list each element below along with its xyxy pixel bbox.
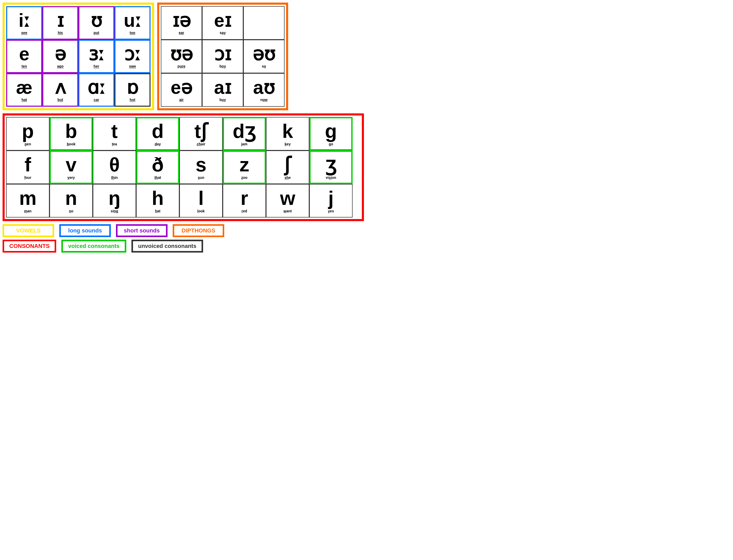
legend-row-1: VOWELS long sounds short sounds DIPTHONG…: [3, 224, 364, 237]
vowels-container: iː see ɪ his ʊ put uː too e ten ə a: [3, 3, 154, 110]
cons-symbol-j: j: [328, 188, 334, 208]
legend-diphthongs: DIPTHONGS: [173, 224, 224, 237]
vowel-word-saw: saw: [129, 64, 136, 68]
cons-word-vision: vision: [326, 175, 336, 180]
vowels-grid: iː see ɪ his ʊ put uː too e ten ə a: [6, 6, 151, 107]
cons-word-yes: yes: [328, 209, 334, 213]
vowel-symbol-uː: uː: [124, 11, 141, 30]
cons-cell-v: v very: [49, 151, 93, 184]
top-section: iː see ɪ his ʊ put uː too e ten ə a: [3, 3, 364, 110]
cons-symbol-v: v: [66, 155, 77, 174]
legend-unvoiced-label: unvoiced consonants: [138, 243, 196, 249]
cons-cell-g: g go: [309, 117, 353, 151]
consonants-grid: p pen b book t tea d day tʃ chair dʒ jam…: [6, 117, 360, 218]
cons-symbol-h: h: [152, 188, 164, 208]
cons-word-red: red: [241, 209, 247, 213]
diphthongs-container: ɪə ear eɪ say ʊə pure ɔɪ boy əʊ so eə: [157, 3, 288, 110]
cons-symbol-w: w: [280, 188, 295, 208]
cons-word-zoo: zoo: [241, 175, 247, 180]
legend-diphthongs-label: DIPTHONGS: [182, 227, 215, 234]
cons-cell-z: z zoo: [223, 151, 266, 184]
cons-word-thin: thin: [111, 175, 118, 180]
diphthong-symbol-eɪ: eɪ: [214, 11, 231, 30]
cons-symbol-ʃ: ʃ: [284, 155, 291, 174]
diphthong-word-now: now: [260, 98, 268, 102]
vowel-cell-ʌ: ʌ but: [42, 73, 78, 107]
legend: VOWELS long sounds short sounds DIPTHONG…: [3, 224, 364, 253]
diphthong-cell-eə: eə air: [161, 73, 202, 107]
cons-cell-tʃ: tʃ chair: [179, 117, 223, 151]
diphthong-cell-ɔɪ: ɔɪ boy: [202, 40, 243, 73]
cons-symbol-p: p: [22, 121, 34, 141]
legend-voiced-label: voiced consonants: [68, 243, 119, 249]
legend-short-label: short sounds: [124, 227, 160, 234]
diphthong-word-ear: ear: [179, 31, 184, 35]
cons-cell-k: k key: [266, 117, 309, 151]
vowel-cell-ɒ: ɒ hot: [114, 73, 151, 107]
cons-word-that: that: [154, 175, 161, 180]
legend-vowels-label: VOWELS: [16, 227, 40, 234]
cons-symbol-θ: θ: [109, 155, 120, 174]
vowel-word-her: her: [94, 64, 99, 68]
vowel-word-hat: hat: [21, 98, 27, 102]
cons-symbol-ʒ: ʒ: [325, 155, 337, 174]
cons-cell-f: f four: [6, 151, 49, 184]
vowel-word-but: but: [57, 98, 63, 102]
cons-symbol-l: l: [198, 188, 204, 208]
legend-long-label: long sounds: [68, 227, 102, 234]
diphthong-word-say: say: [220, 31, 226, 35]
cons-symbol-t: t: [111, 121, 118, 141]
vowel-symbol-æ: æ: [16, 78, 32, 97]
cons-symbol-tʃ: tʃ: [194, 121, 207, 141]
cons-word-no: no: [69, 209, 73, 213]
cons-cell-dʒ: dʒ jam: [223, 117, 266, 151]
cons-symbol-r: r: [240, 188, 248, 208]
legend-short-sounds: short sounds: [116, 224, 168, 237]
cons-symbol-d: d: [152, 121, 164, 141]
vowel-cell-ɪ: ɪ his: [42, 6, 78, 40]
vowel-cell-ɔː: ɔː saw: [114, 40, 151, 73]
cons-symbol-s: s: [196, 155, 206, 174]
cons-cell-l: l look: [179, 184, 223, 218]
cons-symbol-g: g: [325, 121, 337, 141]
cons-word-hat: hat: [155, 209, 160, 213]
cons-cell-r: r red: [223, 184, 266, 218]
legend-vowels: VOWELS: [3, 224, 54, 237]
cons-cell-s: s sun: [179, 151, 223, 184]
vowel-word-car: car: [94, 98, 99, 102]
cons-cell-ʒ: ʒ vision: [309, 151, 353, 184]
diphthong-cell-aɪ: aɪ buy: [202, 73, 243, 107]
vowel-cell-uː: uː too: [114, 6, 151, 40]
cons-word-jam: jam: [241, 142, 247, 146]
legend-long-sounds: long sounds: [59, 224, 111, 237]
vowel-word-see: see: [21, 31, 27, 35]
legend-voiced-consonants: voiced consonants: [61, 240, 126, 253]
vowel-word-put: put: [94, 31, 99, 35]
legend-unvoiced-consonants: unvoiced consonants: [131, 240, 203, 253]
diphthong-symbol-eə: eə: [171, 78, 192, 97]
cons-word-want: want: [284, 209, 292, 213]
vowel-cell-ə: ə ago: [42, 40, 78, 73]
cons-word-four: four: [24, 175, 31, 180]
vowel-word-too: too: [130, 31, 135, 35]
vowel-symbol-ʌ: ʌ: [55, 78, 66, 97]
diphthong-cell-ʊə: ʊə pure: [161, 40, 202, 73]
cons-symbol-k: k: [282, 121, 293, 141]
vowel-symbol-ʊ: ʊ: [91, 11, 102, 30]
cons-cell-p: p pen: [6, 117, 49, 151]
vowel-cell-ɜː: ɜː her: [78, 40, 114, 73]
cons-word-tea: tea: [112, 142, 117, 146]
legend-row-2: CONSONANTS voiced consonants unvoiced co…: [3, 240, 364, 253]
diphthong-word-pure: pure: [178, 64, 185, 68]
vowel-word-ten: ten: [21, 64, 27, 68]
vowel-symbol-iː: iː: [19, 11, 30, 30]
cons-word-sun: sun: [198, 175, 204, 180]
cons-cell-h: h hat: [136, 184, 179, 218]
cons-word-book: book: [67, 142, 75, 146]
consonants-container: p pen b book t tea d day tʃ chair dʒ jam…: [3, 113, 364, 221]
diphthong-symbol-aʊ: aʊ: [253, 78, 275, 97]
cons-cell-w: w want: [266, 184, 309, 218]
legend-consonants-label: CONSONANTS: [9, 243, 49, 249]
vowel-symbol-ə: ə: [55, 45, 66, 63]
diphthong-cell-eɪ: eɪ say: [202, 6, 243, 40]
